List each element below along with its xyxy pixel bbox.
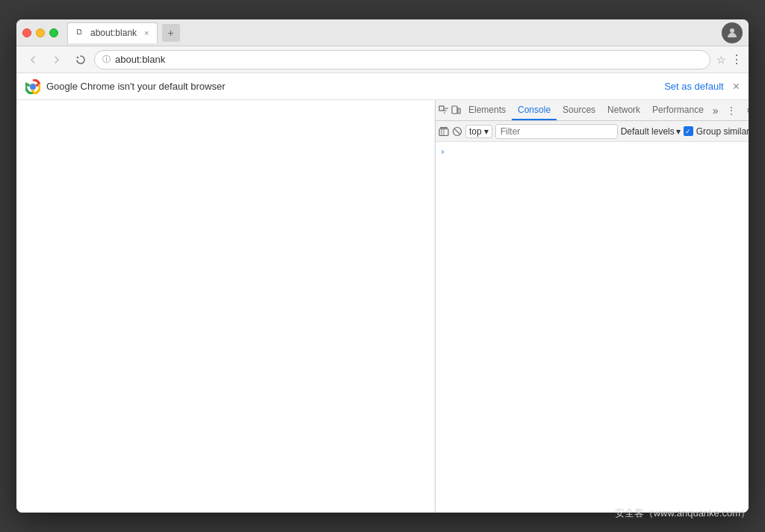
address-text: about:blank xyxy=(115,54,702,65)
minimize-window-button[interactable] xyxy=(36,28,45,37)
console-context-select[interactable]: top ▾ xyxy=(465,125,492,138)
svg-line-15 xyxy=(454,129,460,134)
bookmark-button[interactable]: ☆ xyxy=(716,54,726,66)
svg-rect-9 xyxy=(458,108,460,114)
tab-favicon-icon: 🗋 xyxy=(75,28,86,38)
tab-console[interactable]: Console xyxy=(512,100,557,120)
console-filter-input[interactable] xyxy=(495,124,618,139)
reload-icon xyxy=(75,55,86,65)
notification-bar: Google Chrome isn't your default browser… xyxy=(16,73,749,100)
close-window-button[interactable] xyxy=(22,28,31,37)
group-similar-checkbox[interactable]: ✓ xyxy=(684,126,693,136)
chrome-logo-icon xyxy=(25,79,40,94)
console-prompt-line: › xyxy=(436,145,749,158)
devtools-menu-button[interactable]: ⋮ xyxy=(723,102,740,119)
tab-performance[interactable]: Performance xyxy=(646,100,710,120)
devtools-tabs-toolbar: Elements Console Sources Network Perform… xyxy=(436,100,749,121)
traffic-lights xyxy=(22,28,58,37)
svg-rect-8 xyxy=(452,106,457,114)
tab-close-button[interactable]: × xyxy=(144,28,149,37)
back-icon xyxy=(28,55,38,65)
device-toolbar-icon xyxy=(450,105,461,116)
inspect-element-button[interactable] xyxy=(439,102,449,119)
profile-icon xyxy=(726,27,738,39)
group-similar-label: Group similar xyxy=(696,126,749,137)
notification-close-button[interactable]: × xyxy=(733,80,740,93)
devtools-close-button[interactable]: × xyxy=(741,102,749,119)
title-bar: 🗋 about:blank × + xyxy=(16,19,749,46)
set-default-button[interactable]: Set as default xyxy=(664,81,724,92)
forward-icon xyxy=(52,55,62,65)
console-clear-button[interactable] xyxy=(439,124,449,139)
back-button[interactable] xyxy=(22,49,43,70)
reload-button[interactable] xyxy=(70,49,91,70)
main-content: Elements Console Sources Network Perform… xyxy=(16,100,749,513)
console-prohibit-button[interactable] xyxy=(452,124,462,139)
devtools-panel: Elements Console Sources Network Perform… xyxy=(435,100,749,513)
tab-title: about:blank xyxy=(90,28,137,38)
profile-button[interactable] xyxy=(722,22,743,43)
address-info-icon: ⓘ xyxy=(102,54,111,65)
forward-button[interactable] xyxy=(46,49,67,70)
console-toolbar: top ▾ Default levels ▾ ✓ Group similar ⚙ xyxy=(436,121,749,142)
page-area xyxy=(16,100,435,513)
svg-point-0 xyxy=(730,28,734,33)
new-tab-button[interactable]: + xyxy=(162,24,180,42)
devtools-tabs: Elements Console Sources Network Perform… xyxy=(462,100,722,120)
svg-rect-10 xyxy=(440,127,447,129)
prohibit-icon xyxy=(452,126,462,137)
more-options-button[interactable]: ⋮ xyxy=(731,52,743,66)
group-similar-control: ✓ Group similar xyxy=(684,126,749,137)
tab-network[interactable]: Network xyxy=(601,100,646,120)
device-toolbar-button[interactable] xyxy=(450,102,461,119)
tab-elements[interactable]: Elements xyxy=(462,100,512,120)
tab-sources[interactable]: Sources xyxy=(557,100,601,120)
clear-console-icon xyxy=(439,126,449,137)
inspect-element-icon xyxy=(439,105,449,116)
address-bar[interactable]: ⓘ about:blank xyxy=(94,50,710,69)
notification-message: Google Chrome isn't your default browser xyxy=(46,81,664,92)
svg-rect-4 xyxy=(439,106,444,111)
maximize-window-button[interactable] xyxy=(49,28,58,37)
devtools-actions: ⋮ × xyxy=(723,102,749,119)
chevron-down-icon: ▾ xyxy=(484,126,489,137)
svg-point-3 xyxy=(31,84,36,89)
console-levels-button[interactable]: Default levels ▾ xyxy=(621,126,681,137)
browser-window: 🗋 about:blank × + xyxy=(16,19,749,513)
console-body[interactable]: › xyxy=(436,142,749,513)
watermark: 安全客（www.anquanke.com） xyxy=(615,507,750,520)
nav-bar: ⓘ about:blank ☆ ⋮ xyxy=(16,46,749,73)
tab-area: 🗋 about:blank × + xyxy=(67,22,722,43)
levels-label: Default levels xyxy=(621,126,675,137)
more-tabs-button[interactable]: » xyxy=(710,105,722,117)
prompt-arrow-icon: › xyxy=(440,146,445,157)
context-value: top xyxy=(469,126,482,137)
browser-tab[interactable]: 🗋 about:blank × xyxy=(67,22,158,43)
levels-chevron-icon: ▾ xyxy=(676,126,681,137)
